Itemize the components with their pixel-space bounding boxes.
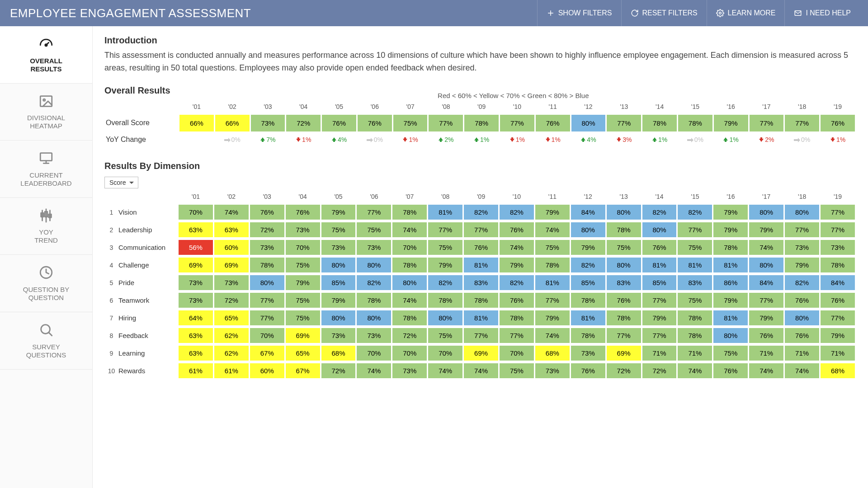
year-header: '17: [749, 193, 783, 202]
dimension-cell: 73%: [392, 363, 427, 378]
dimension-cell: 77%: [785, 222, 819, 237]
dimension-rank: 7: [106, 310, 117, 325]
dimension-cell: 84%: [821, 275, 855, 290]
sidebar-item-overall-results[interactable]: OVERALL RESULTS: [0, 26, 92, 84]
need-help-button[interactable]: I NEED HELP: [784, 0, 860, 26]
dimension-cell: 70%: [286, 240, 320, 255]
reset-filters-button[interactable]: RESET FILTERS: [621, 0, 707, 26]
arrow-down-icon: [402, 136, 408, 144]
dimension-cell: 75%: [321, 222, 356, 237]
yoy-cell: 1%: [286, 134, 321, 145]
dimension-cell: 74%: [357, 363, 391, 378]
dimension-cell: 78%: [428, 293, 462, 308]
svg-line-19: [49, 333, 52, 335]
dimension-cell: 77%: [607, 328, 641, 343]
dimension-cell: 79%: [785, 258, 819, 272]
dimension-cell: 76%: [500, 222, 534, 237]
dimension-cell: 85%: [321, 275, 356, 290]
arrow-up-icon: [580, 136, 586, 144]
dimension-name: Rewards: [118, 363, 177, 378]
dimension-cell: 78%: [678, 328, 712, 343]
dimension-cell: 76%: [642, 240, 677, 255]
dimension-cell: 79%: [749, 222, 783, 237]
arrow-up-icon: [260, 136, 265, 144]
dimension-cell: 78%: [571, 293, 605, 308]
year-header: '03: [251, 103, 285, 112]
year-header: '13: [607, 103, 641, 112]
table-row: 5Pride73%73%80%79%85%82%80%82%83%82%81%8…: [106, 275, 855, 290]
dimension-cell: 77%: [250, 293, 284, 308]
image-icon: [38, 94, 54, 111]
year-header: '06: [357, 193, 391, 202]
dimension-cell: 75%: [357, 222, 391, 237]
dimension-cell: 76%: [500, 293, 534, 308]
dimension-name: Leadership: [118, 222, 177, 237]
arrow-flat-icon: [794, 136, 800, 144]
dimension-cell: 70%: [500, 346, 534, 361]
year-header: '15: [678, 193, 712, 202]
dimension-cell: 73%: [179, 293, 213, 308]
dimension-cell: 79%: [286, 275, 320, 290]
dimension-cell: 82%: [500, 275, 534, 290]
dimension-cell: 80%: [642, 222, 677, 237]
year-header: '04: [286, 103, 321, 112]
year-header: '17: [750, 103, 784, 112]
dimension-cell: 76%: [250, 205, 284, 220]
dimension-rank: 3: [106, 240, 117, 255]
dimension-cell: 79%: [749, 310, 783, 325]
yoy-cell: 0%: [215, 134, 250, 145]
dimension-cell: 80%: [785, 205, 819, 220]
overall-score-cell: 80%: [571, 115, 606, 131]
year-header: '10: [500, 103, 534, 112]
overall-score-cell: 78%: [464, 115, 499, 131]
dimension-cell: 74%: [214, 205, 249, 220]
dimension-cell: 70%: [179, 205, 213, 220]
dimension-cell: 56%: [179, 240, 213, 255]
sidebar-item-label: SURVEY QUESTIONS: [26, 343, 66, 359]
dimension-name: Teamwork: [118, 293, 177, 308]
yoy-cell: 2%: [750, 134, 784, 145]
arrow-flat-icon: [367, 136, 373, 144]
dimension-cell: 75%: [713, 346, 748, 361]
dimension-cell: 65%: [214, 310, 249, 325]
arrow-down-icon: [616, 136, 622, 144]
dimension-cell: 82%: [500, 205, 534, 220]
dimension-cell: 73%: [535, 363, 570, 378]
overall-score-cell: 72%: [286, 115, 321, 131]
sidebar-item-label: CURRENT LEADERBOARD: [20, 171, 71, 188]
dimension-cell: 77%: [250, 310, 284, 325]
dimension-cell: 72%: [642, 363, 677, 378]
header-btn-label: LEARN MORE: [728, 9, 776, 17]
dimension-metric-select[interactable]: Score: [104, 177, 138, 188]
mail-icon: [794, 9, 802, 17]
dimension-cell: 81%: [464, 310, 498, 325]
sidebar-item-divisional-heatmap[interactable]: DIVISIONAL HEATMAP: [0, 84, 92, 141]
dimension-cell: 82%: [464, 205, 498, 220]
learn-more-button[interactable]: LEARN MORE: [707, 0, 785, 26]
dimension-cell: 78%: [357, 293, 391, 308]
dimension-cell: 69%: [286, 328, 320, 343]
sidebar-item-yoy-trend[interactable]: YOY TREND: [0, 198, 92, 255]
table-row: 9Learning63%62%67%65%68%70%70%70%69%70%6…: [106, 346, 855, 361]
dimension-cell: 80%: [607, 205, 641, 220]
sidebar-item-question-by-question[interactable]: QUESTION BY QUESTION: [0, 255, 92, 312]
dimension-name: Learning: [118, 346, 177, 361]
dimension-cell: 73%: [250, 240, 284, 255]
dimension-cell: 82%: [642, 205, 677, 220]
sidebar-item-current-leaderboard[interactable]: CURRENT LEADERBOARD: [0, 141, 92, 198]
dimension-cell: 72%: [392, 328, 427, 343]
show-filters-button[interactable]: SHOW FILTERS: [537, 0, 621, 26]
sidebar-item-label: DIVISIONAL HEATMAP: [27, 114, 65, 130]
year-header: '12: [571, 103, 606, 112]
dimension-cell: 62%: [214, 328, 249, 343]
dimension-cell: 79%: [428, 258, 462, 272]
dimension-cell: 80%: [321, 310, 356, 325]
yoy-cell: 1%: [464, 134, 499, 145]
sidebar: OVERALL RESULTSDIVISIONAL HEATMAPCURRENT…: [0, 26, 93, 488]
dimension-cell: 82%: [571, 258, 605, 272]
dimension-cell: 77%: [535, 293, 570, 308]
dimension-cell: 73%: [785, 240, 819, 255]
dimension-cell: 76%: [785, 293, 819, 308]
sidebar-item-survey-questions[interactable]: SURVEY QUESTIONS: [0, 312, 92, 370]
yoy-cell: 1%: [536, 134, 570, 145]
